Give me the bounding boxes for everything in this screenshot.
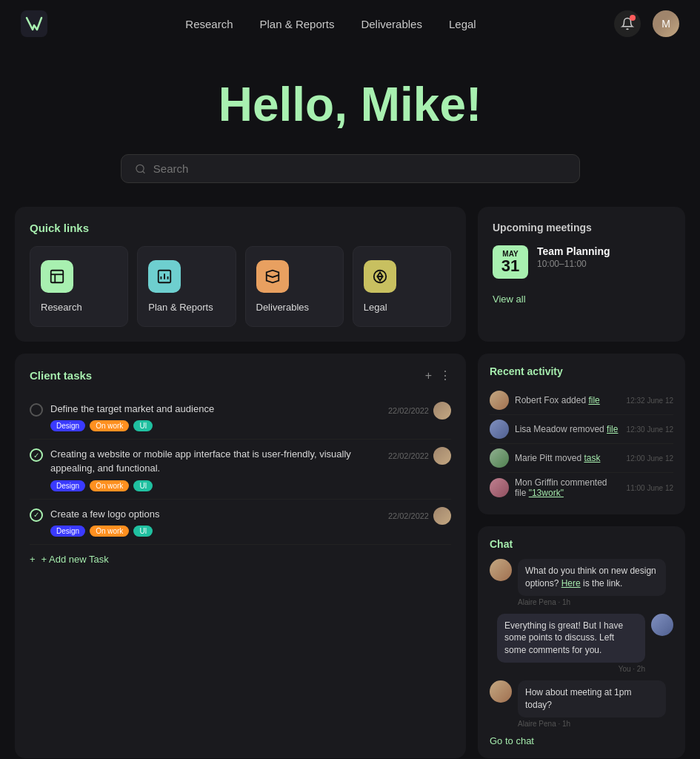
meeting-date-box: May 31 — [493, 245, 528, 279]
activity-time-3: 12:00 June 12 — [627, 454, 673, 463]
task-tags-2: Design On work UI — [50, 480, 381, 491]
task-date-1: 22/02/2022 — [388, 406, 429, 415]
nav-links: Research Plan & Reports Deliverables Leg… — [185, 18, 476, 30]
tag-design-3: Design — [50, 526, 85, 537]
nav-research[interactable]: Research — [185, 18, 233, 30]
main-grid: Quick links Research Plan & Reports Deli… — [0, 207, 700, 342]
search-input[interactable] — [153, 162, 566, 175]
add-task-link[interactable]: + + Add new Task — [30, 554, 451, 565]
add-task-icon: + — [30, 554, 36, 565]
notification-button[interactable] — [614, 10, 641, 37]
activity-text-4: Mon Griffin commented file "13work" — [515, 477, 621, 498]
activity-avatar-1 — [490, 391, 509, 410]
tag-ui-3: UI — [133, 526, 153, 537]
ql-plan-icon — [148, 260, 181, 293]
tag-onwork-1: On work — [90, 420, 129, 431]
list-item: Robert Fox added file 12:32 June 12 — [490, 386, 673, 415]
hero-section: Hello, Mike! — [0, 47, 700, 154]
nav-right: M — [614, 10, 679, 37]
activity-text-1: Robert Fox added file — [515, 395, 621, 405]
chat-message-2: Everything is great! But I have some poi… — [490, 614, 673, 673]
quick-link-deliverables[interactable]: Deliverables — [245, 246, 344, 327]
add-task-label: + Add new Task — [41, 554, 109, 565]
task-tags-1: Design On work UI — [50, 420, 381, 431]
logo[interactable] — [21, 10, 47, 37]
task-avatar-3 — [433, 507, 451, 525]
chat-card: Chat What do you think on new design opt… — [478, 526, 685, 758]
chat-text-2: Everything is great! But I have some poi… — [497, 614, 645, 663]
list-item: Mon Griffin commented file "13work" 11:0… — [490, 473, 673, 503]
tasks-more-button[interactable]: ⋮ — [439, 368, 451, 382]
task-meta-1: 22/02/2022 — [388, 402, 451, 420]
quick-link-research[interactable]: Research — [30, 246, 128, 327]
tasks-actions: + ⋮ — [425, 368, 451, 382]
tasks-header: Client tasks + ⋮ — [30, 368, 451, 382]
logo-icon — [21, 10, 47, 37]
meeting-item: May 31 Team Planning 10:00–11:00 — [493, 245, 670, 279]
task-avatar-1 — [433, 402, 451, 420]
quick-link-plan-reports[interactable]: Plan & Reports — [137, 246, 236, 327]
list-item: Marie Pitt moved task 12:00 June 12 — [490, 444, 673, 473]
chat-avatar-2 — [651, 614, 673, 636]
navbar: Research Plan & Reports Deliverables Leg… — [0, 0, 700, 47]
table-row: Creating a website or mobile app interfa… — [30, 440, 451, 499]
tag-ui-2: UI — [133, 480, 153, 491]
chat-sender-1: Alaire Pena · 1h — [518, 598, 666, 606]
quick-links-card: Quick links Research Plan & Reports Deli… — [15, 207, 466, 342]
meetings-view-all[interactable]: View all — [493, 294, 670, 305]
meetings-card: Upcoming meetings May 31 Team Planning 1… — [478, 207, 685, 342]
activity-card: Recent activity Robert Fox added file 12… — [478, 354, 685, 514]
nav-plan-reports[interactable]: Plan & Reports — [260, 18, 335, 30]
activity-time-1: 12:32 June 12 — [627, 397, 673, 405]
chat-text-1: What do you think on new design options?… — [518, 559, 666, 596]
task-date-2: 22/02/2022 — [388, 451, 429, 460]
task-check-3[interactable] — [30, 508, 43, 522]
task-text-wrap-2: Creating a website or mobile app interfa… — [50, 447, 381, 491]
activity-avatar-2 — [490, 420, 509, 439]
ql-legal-label: Legal — [364, 302, 387, 313]
meeting-name: Team Planning — [537, 245, 610, 257]
task-check-1[interactable] — [30, 403, 43, 417]
add-task-button[interactable]: + — [425, 368, 432, 382]
chat-sender-3: Alaire Pena · 1h — [518, 720, 666, 728]
task-meta-3: 22/02/2022 — [388, 507, 451, 525]
svg-rect-0 — [21, 10, 47, 37]
chat-bubble-3-wrap: How about meeting at 1pm today? Alaire P… — [518, 680, 666, 728]
meetings-title: Upcoming meetings — [493, 222, 670, 233]
tag-onwork-3: On work — [90, 526, 129, 537]
task-text-wrap-3: Create a few logo options Design On work… — [50, 507, 381, 537]
hero-greeting: Hello, Mike! — [0, 77, 700, 132]
ql-legal-icon — [364, 260, 396, 293]
tag-design-2: Design — [50, 480, 85, 491]
activity-title: Recent activity — [490, 365, 673, 377]
svg-rect-3 — [51, 271, 64, 283]
chat-link-1[interactable]: Here — [561, 578, 581, 589]
ql-research-icon — [41, 260, 73, 293]
task-row-2: Creating a website or mobile app interfa… — [30, 447, 451, 491]
activity-text-2: Lisa Meadow removed file — [515, 424, 621, 434]
nav-legal[interactable]: Legal — [449, 18, 476, 30]
search-bar — [121, 154, 580, 183]
ql-research-label: Research — [41, 302, 82, 313]
ql-deliverables-label: Deliverables — [256, 302, 310, 313]
user-avatar[interactable]: M — [653, 10, 679, 37]
task-avatar-2 — [433, 447, 451, 465]
activity-time-4: 11:00 June 12 — [627, 484, 673, 492]
chat-sender-2: You · 2h — [497, 665, 645, 673]
nav-deliverables[interactable]: Deliverables — [361, 18, 422, 30]
goto-chat-link[interactable]: Go to chat — [490, 735, 673, 746]
task-row-1: Define the target market and audience De… — [30, 402, 451, 431]
activity-text-3: Marie Pitt moved task — [515, 453, 621, 463]
task-text-wrap-1: Define the target market and audience De… — [50, 402, 381, 431]
search-wrap — [0, 154, 700, 183]
task-text-3: Create a few logo options — [50, 508, 159, 520]
ql-deliverables-icon — [256, 260, 289, 293]
list-item: Lisa Meadow removed file 12:30 June 12 — [490, 415, 673, 444]
meeting-day: 31 — [500, 258, 521, 274]
quick-link-legal[interactable]: Legal — [353, 246, 451, 327]
tasks-title: Client tasks — [30, 369, 92, 382]
chat-title: Chat — [490, 538, 673, 550]
tag-ui-1: UI — [133, 420, 153, 431]
task-check-2[interactable] — [30, 448, 43, 462]
ql-plan-label: Plan & Reports — [148, 302, 213, 313]
